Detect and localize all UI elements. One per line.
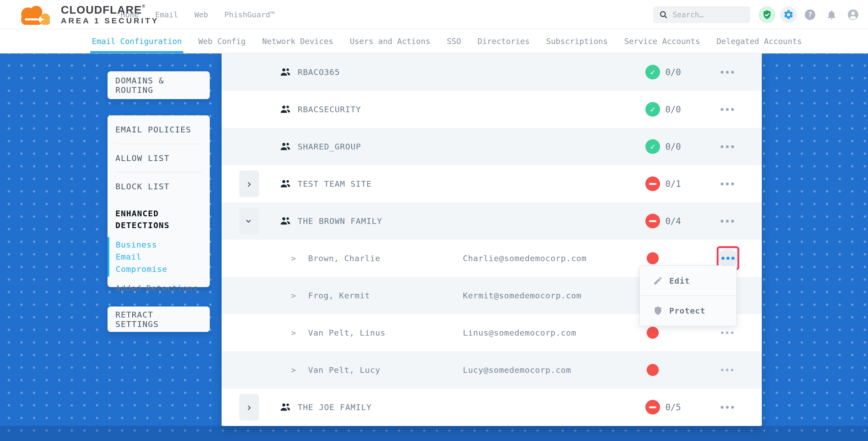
- group-icon: [279, 178, 291, 190]
- group-name: RBACO365: [298, 54, 340, 91]
- content-area: DOMAINS & ROUTING EMAIL POLICIES ALLOW L…: [0, 54, 868, 441]
- sidebar-item-added-detections[interactable]: Added Detections: [115, 283, 202, 293]
- groups-table: RBACO365 0/0 RBACSECURITY 0/0 SHARED_GRO…: [222, 54, 762, 426]
- expand-button[interactable]: [239, 170, 259, 197]
- member-email: Charlie@somedemocorp.com: [463, 240, 587, 277]
- row-menu-button[interactable]: [715, 128, 740, 165]
- protected-count: 0/5: [665, 388, 681, 426]
- nav-item-web[interactable]: Web: [194, 10, 208, 19]
- row-menu-button[interactable]: [715, 165, 740, 202]
- row-menu-button[interactable]: [715, 54, 740, 91]
- status-ok-badge: [645, 102, 660, 117]
- header-icon-cluster: ?: [758, 0, 862, 29]
- cloudflare-cloud-icon: [15, 2, 57, 27]
- sidebar-item-block-list[interactable]: BLOCK LIST: [115, 172, 202, 200]
- group-name: SHARED_GROUP: [298, 128, 361, 165]
- sidebar-item-business-email-compromise[interactable]: Business Email Compromise: [107, 237, 186, 277]
- protected-count: 0/0: [665, 54, 681, 91]
- sidebar-heading-enhanced-detections: ENHANCED DETECTIONS: [115, 200, 181, 233]
- table-row-rbacsecurity: RBACSECURITY 0/0: [222, 91, 762, 128]
- chevron-right-icon: [246, 401, 252, 414]
- tab-subscriptions[interactable]: Subscriptions: [546, 29, 608, 53]
- protected-count: 0/1: [665, 165, 681, 202]
- sidebar-item-label: RETRACT SETTINGS: [115, 310, 202, 329]
- member-chevron-icon: >: [291, 240, 296, 277]
- search-icon: [659, 10, 668, 19]
- protected-count: 0/0: [665, 128, 681, 165]
- member-name: Brown, Charlie: [308, 240, 380, 277]
- member-name: Van Pelt, Linus: [308, 314, 385, 351]
- row-menu-button[interactable]: [715, 91, 740, 128]
- group-icon: [279, 401, 291, 413]
- member-email: Lucy@somedemocorp.com: [463, 351, 571, 388]
- sidebar-item-label: DOMAINS & ROUTING: [115, 76, 202, 95]
- app-header: CLOUDFLARE® AREA 1 SECURITY Home Email W…: [0, 0, 868, 29]
- group-name: RBACSECURITY: [298, 91, 361, 128]
- top-navigation: Home Email Web PhishGuard™: [121, 0, 275, 29]
- nav-item-email[interactable]: Email: [155, 10, 178, 19]
- search-input[interactable]: [673, 10, 744, 19]
- search-box[interactable]: [653, 6, 750, 23]
- status-blocked-badge: [645, 400, 660, 414]
- row-menu-button[interactable]: [715, 202, 740, 240]
- tab-email-configuration[interactable]: Email Configuration: [92, 29, 182, 53]
- row-menu-button[interactable]: [715, 351, 740, 388]
- table-row-the-brown-family: THE BROWN FAMILY 0/4: [222, 202, 762, 240]
- row-menu-button[interactable]: [715, 388, 740, 426]
- account-icon[interactable]: [845, 6, 862, 23]
- status-blocked-badge: [645, 214, 660, 228]
- table-row-rbaco365: RBACO365 0/0: [222, 54, 762, 91]
- group-name: THE JOE FAMILY: [298, 388, 372, 426]
- tab-users-and-actions[interactable]: Users and Actions: [350, 29, 430, 53]
- chevron-down-icon: [246, 215, 252, 228]
- sidebar-card-email-policies: EMAIL POLICIES ALLOW LIST BLOCK LIST ENH…: [107, 115, 210, 287]
- shield-icon: [653, 306, 663, 316]
- member-name: Frog, Kermit: [308, 277, 370, 314]
- context-menu-item-protect[interactable]: Protect: [640, 295, 736, 325]
- tab-directories[interactable]: Directories: [477, 29, 530, 53]
- tab-service-accounts[interactable]: Service Accounts: [624, 29, 700, 53]
- status-blocked-dot: [647, 364, 659, 376]
- help-icon[interactable]: ?: [802, 6, 818, 23]
- member-chevron-icon: >: [291, 314, 296, 351]
- tab-network-devices[interactable]: Network Devices: [262, 29, 333, 53]
- sidebar-card-retract-settings[interactable]: RETRACT SETTINGS: [107, 307, 210, 332]
- nav-item-phishguard[interactable]: PhishGuard™: [224, 10, 275, 19]
- shield-check-icon[interactable]: [758, 6, 775, 23]
- group-icon: [279, 215, 291, 227]
- pencil-icon: [653, 276, 663, 286]
- row-context-menu: Edit Protect: [639, 265, 737, 326]
- group-icon: [279, 66, 291, 78]
- table-row-van-pelt-lucy: > Van Pelt, Lucy Lucy@somedemocorp.com: [222, 351, 762, 388]
- tab-web-config[interactable]: Web Config: [198, 29, 246, 53]
- status-ok-badge: [645, 65, 660, 80]
- nav-item-home[interactable]: Home: [121, 10, 139, 19]
- protected-count: 0/4: [665, 202, 681, 240]
- member-name: Van Pelt, Lucy: [308, 351, 380, 388]
- status-ok-badge: [645, 139, 660, 154]
- table-row-test-team-site: TEST TEAM SITE 0/1: [222, 165, 762, 202]
- status-blocked-badge: [645, 177, 660, 191]
- tab-sso[interactable]: SSO: [447, 29, 461, 53]
- status-blocked-dot: [647, 252, 659, 264]
- sidebar-item-allow-list[interactable]: ALLOW LIST: [115, 144, 202, 172]
- context-menu-item-edit[interactable]: Edit: [640, 266, 736, 295]
- footer-strip: [0, 426, 868, 441]
- collapse-button[interactable]: [239, 208, 259, 234]
- sidebar-card-domains-routing[interactable]: DOMAINS & ROUTING: [107, 71, 210, 99]
- svg-text:?: ?: [808, 11, 812, 19]
- gear-icon[interactable]: [780, 6, 797, 23]
- status-blocked-dot: [647, 327, 659, 339]
- sidebar-item-email-policies[interactable]: EMAIL POLICIES: [115, 115, 202, 144]
- bell-icon[interactable]: [823, 6, 840, 23]
- table-row-the-joe-family: THE JOE FAMILY 0/5: [222, 388, 762, 426]
- section-tab-bar: Email Configuration Web Config Network D…: [0, 29, 868, 54]
- expand-button[interactable]: [239, 394, 259, 420]
- member-email: Kermit@somedemocorp.com: [463, 277, 581, 314]
- table-row-shared-group: SHARED_GROUP 0/0: [222, 128, 762, 165]
- tab-delegated-accounts[interactable]: Delegated Accounts: [716, 29, 802, 53]
- chevron-right-icon: [246, 178, 252, 190]
- group-icon: [279, 140, 291, 153]
- member-chevron-icon: >: [291, 351, 296, 388]
- group-name: TEST TEAM SITE: [298, 165, 372, 202]
